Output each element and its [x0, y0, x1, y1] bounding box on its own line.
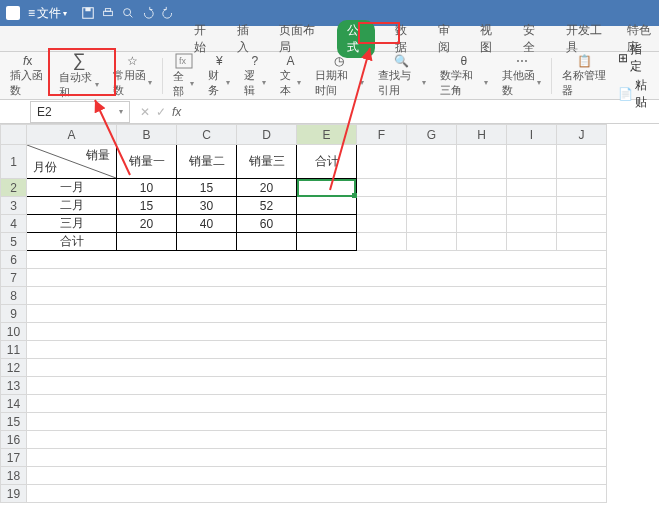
col-header[interactable]: C — [177, 125, 237, 145]
cell[interactable]: 销量三 — [237, 145, 297, 179]
datetime-fn-button[interactable]: ◷ 日期和时间▾ — [309, 53, 369, 99]
cell[interactable] — [407, 215, 457, 233]
cell[interactable] — [27, 485, 607, 503]
row-header[interactable]: 3 — [1, 197, 27, 215]
confirm-icon[interactable]: ✓ — [156, 105, 166, 119]
cell[interactable]: 15 — [177, 179, 237, 197]
row-header[interactable]: 19 — [1, 485, 27, 503]
row-header[interactable]: 16 — [1, 431, 27, 449]
col-header[interactable]: A — [27, 125, 117, 145]
row-header[interactable]: 1 — [1, 145, 27, 179]
row-header[interactable]: 9 — [1, 305, 27, 323]
cell[interactable] — [507, 215, 557, 233]
row-header[interactable]: 15 — [1, 413, 27, 431]
sheet-area[interactable]: A B C D E F G H I J 1 销量 月份 销量一 销量二 销量三 … — [0, 124, 659, 503]
col-header[interactable]: E — [297, 125, 357, 145]
row-header[interactable]: 7 — [1, 269, 27, 287]
cell[interactable] — [27, 377, 607, 395]
logic-fn-button[interactable]: ? 逻辑▾ — [238, 53, 272, 99]
cell[interactable] — [457, 145, 507, 179]
cell[interactable]: 10 — [117, 179, 177, 197]
row-header[interactable]: 17 — [1, 449, 27, 467]
cell[interactable] — [177, 233, 237, 251]
cell[interactable] — [297, 215, 357, 233]
cell[interactable] — [457, 215, 507, 233]
cell[interactable] — [27, 341, 607, 359]
math-fn-button[interactable]: θ 数学和三角▾ — [434, 53, 494, 99]
cell[interactable]: 二月 — [27, 197, 117, 215]
cell[interactable] — [557, 179, 607, 197]
cell[interactable]: 40 — [177, 215, 237, 233]
cell[interactable] — [457, 179, 507, 197]
common-fn-button[interactable]: ☆ 常用函数▾ — [107, 53, 158, 99]
cell[interactable] — [297, 233, 357, 251]
cell[interactable] — [457, 197, 507, 215]
row-header[interactable]: 5 — [1, 233, 27, 251]
preview-icon[interactable] — [121, 6, 135, 20]
cell[interactable] — [507, 197, 557, 215]
cancel-icon[interactable]: ✕ — [140, 105, 150, 119]
col-header[interactable]: J — [557, 125, 607, 145]
redo-icon[interactable] — [161, 6, 175, 20]
autosum-button[interactable]: ∑ 自动求和▾ — [53, 53, 104, 99]
text-fn-button[interactable]: A 文本▾ — [274, 53, 308, 99]
cell[interactable] — [27, 413, 607, 431]
print-icon[interactable] — [101, 6, 115, 20]
cell[interactable] — [557, 145, 607, 179]
cell[interactable] — [237, 233, 297, 251]
cell[interactable]: 15 — [117, 197, 177, 215]
row-header[interactable]: 2 — [1, 179, 27, 197]
cell[interactable] — [407, 145, 457, 179]
col-header[interactable]: B — [117, 125, 177, 145]
cell[interactable] — [27, 359, 607, 377]
paste-name-button[interactable]: 📄粘贴 — [618, 77, 651, 111]
cell[interactable]: 一月 — [27, 179, 117, 197]
col-header[interactable]: H — [457, 125, 507, 145]
cell[interactable] — [27, 467, 607, 485]
cell[interactable] — [27, 251, 607, 269]
cell[interactable] — [357, 179, 407, 197]
cell[interactable]: 30 — [177, 197, 237, 215]
cell[interactable] — [407, 179, 457, 197]
cell[interactable]: 60 — [237, 215, 297, 233]
cell[interactable] — [27, 449, 607, 467]
name-manager-button[interactable]: 📋 名称管理器 — [556, 53, 612, 99]
cell[interactable] — [117, 233, 177, 251]
fx-icon[interactable]: fx — [172, 105, 181, 119]
cell-diag-header[interactable]: 销量 月份 — [27, 145, 117, 179]
cell[interactable] — [27, 395, 607, 413]
cell[interactable] — [27, 323, 607, 341]
finance-fn-button[interactable]: ¥ 财务▾ — [202, 53, 236, 99]
col-header[interactable]: I — [507, 125, 557, 145]
cell[interactable] — [407, 233, 457, 251]
cell[interactable]: 52 — [237, 197, 297, 215]
col-header[interactable]: D — [237, 125, 297, 145]
spreadsheet-grid[interactable]: A B C D E F G H I J 1 销量 月份 销量一 销量二 销量三 … — [0, 124, 607, 503]
row-header[interactable]: 14 — [1, 395, 27, 413]
row-header[interactable]: 6 — [1, 251, 27, 269]
name-box[interactable]: E2 ▾ — [30, 101, 130, 123]
define-name-button[interactable]: ⊞指定 — [618, 41, 651, 75]
other-fn-button[interactable]: ⋯ 其他函数▾ — [496, 53, 547, 99]
lookup-fn-button[interactable]: 🔍 查找与引用▾ — [372, 53, 432, 99]
cell[interactable] — [557, 233, 607, 251]
row-header[interactable]: 4 — [1, 215, 27, 233]
cell[interactable] — [27, 287, 607, 305]
cell[interactable]: 合计 — [297, 145, 357, 179]
row-header[interactable]: 10 — [1, 323, 27, 341]
row-header[interactable]: 12 — [1, 359, 27, 377]
cell[interactable] — [297, 197, 357, 215]
cell[interactable]: 三月 — [27, 215, 117, 233]
cell[interactable] — [457, 233, 507, 251]
cell[interactable] — [507, 233, 557, 251]
cell[interactable] — [357, 197, 407, 215]
undo-icon[interactable] — [141, 6, 155, 20]
row-header[interactable]: 18 — [1, 467, 27, 485]
cell[interactable] — [357, 233, 407, 251]
cell[interactable]: 合计 — [27, 233, 117, 251]
cell[interactable]: 销量一 — [117, 145, 177, 179]
insert-function-button[interactable]: fx 插入函数 — [4, 53, 51, 99]
all-fn-button[interactable]: fx 全部▾ — [167, 53, 201, 99]
file-menu[interactable]: ≡ 文件 ▾ — [28, 5, 67, 22]
cell[interactable] — [27, 269, 607, 287]
